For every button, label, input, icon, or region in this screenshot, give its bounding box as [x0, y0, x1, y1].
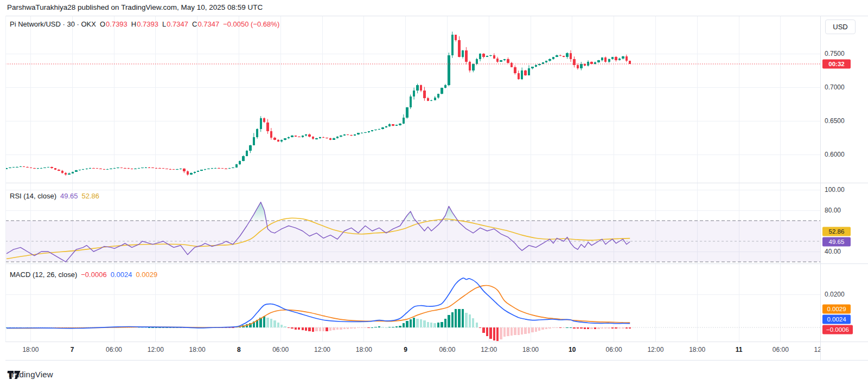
time-axis-label: 06:00 — [272, 346, 289, 353]
time-axis-day-label: 8 — [237, 346, 241, 353]
tradingview-published-chart: ParshwaTurakhiya28 published on TradingV… — [0, 0, 868, 386]
macd-hist-badge: −0.0006 — [822, 325, 853, 334]
time-axis-day-label: 10 — [569, 346, 576, 353]
time-axis-label: 12:00 — [148, 346, 164, 353]
countdown-badge: 00:32 — [822, 60, 851, 69]
ohlc-high: H0.7393 — [131, 20, 158, 28]
symbol-legend: Pi Network/USD · 30 · OKX O0.7393 H0.739… — [10, 20, 279, 28]
time-axis-label: 18:00 — [689, 346, 705, 353]
ohlc-low: L0.7347 — [162, 20, 188, 28]
time-axis-day-label: 9 — [404, 346, 407, 353]
macd-legend: MACD (12, 26, close) −0.0006 0.0024 0.00… — [10, 271, 157, 279]
macd-axis-label: 0.0200 — [825, 291, 845, 298]
price-axis-label: 0.6500 — [825, 117, 845, 125]
time-axis-label: 06:00 — [439, 346, 455, 353]
rsi-title: RSI (14, close) — [10, 192, 56, 200]
tradingview-logo-icon — [7, 370, 21, 381]
rsi-axis-label: 100.00 — [825, 186, 845, 194]
rsi-badge: 49.65 — [822, 237, 851, 247]
time-axis[interactable]: 18:00706:0012:0018:00806:0012:0018:00906… — [0, 342, 820, 360]
rsi-axis-label: 80.00 — [825, 207, 841, 214]
time-axis-day-label: 11 — [736, 346, 743, 353]
time-axis-day-label: 7 — [71, 346, 74, 353]
price-axis-label: 0.6000 — [825, 151, 845, 158]
time-axis-label: 12:00 — [647, 346, 663, 353]
time-axis-label: 06:00 — [106, 346, 122, 353]
macd-line-value: 0.0024 — [111, 271, 132, 279]
rsi-ma-badge: 52.86 — [822, 227, 851, 236]
chart-canvas[interactable] — [0, 0, 868, 386]
macd-signal-badge: 0.0029 — [822, 305, 851, 314]
rsi-legend: RSI (14, close) 49.65 52.86 — [10, 192, 99, 200]
time-axis-label: 12:00 — [481, 346, 497, 353]
time-axis-label: 18:00 — [189, 346, 206, 353]
currency-button[interactable]: USD — [825, 20, 856, 34]
price-axis-label: 0.7000 — [825, 83, 845, 91]
time-axis-label: 18:00 — [22, 346, 39, 353]
ohlc-close: C0.7347 — [192, 20, 219, 28]
macd-line-badge: 0.0024 — [822, 315, 851, 324]
time-axis-label: 18:00 — [356, 346, 372, 353]
ohlc-open: O0.7393 — [100, 20, 127, 28]
macd-hist-value: −0.0006 — [81, 271, 106, 279]
time-axis-label: 12:00 — [814, 346, 820, 353]
footer-brand[interactable]: TradingView — [7, 370, 53, 379]
macd-signal-value: 0.0029 — [136, 271, 157, 279]
rsi-value: 49.65 — [60, 192, 78, 200]
rsi-ma-value: 52.86 — [82, 192, 100, 200]
macd-title: MACD (12, 26, close) — [10, 271, 77, 279]
price-axis-label: 0.7500 — [825, 50, 845, 57]
symbol-title: Pi Network/USD · 30 · OKX — [10, 20, 96, 28]
time-axis-label: 06:00 — [773, 346, 789, 353]
time-axis-label: 18:00 — [522, 346, 539, 353]
time-axis-label: 06:00 — [606, 346, 622, 353]
rsi-axis-label: 40.00 — [825, 248, 841, 255]
time-axis-label: 12:00 — [314, 346, 330, 353]
change-value: −0.0050 (−0.68%) — [223, 20, 279, 28]
